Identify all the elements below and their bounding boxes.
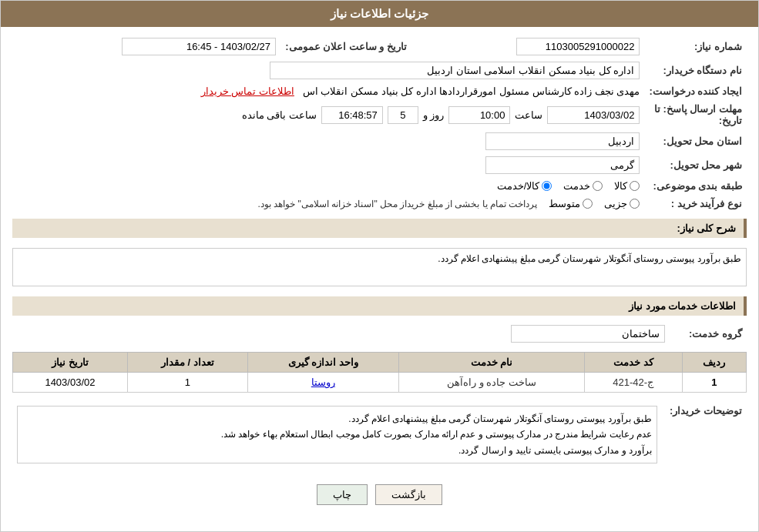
shahr-value: گرمی [485,156,640,174]
ostan-label: استان محل تحویل: [644,129,747,153]
sharh-value-box: طبق برآورد پیوستی روستای آنگوتلار شهرستا… [12,248,747,286]
mohlat-rooz: 5 [388,106,418,124]
pardakht-note: پرداخت تمام یا بخشی از مبلغ خریداز محل "… [258,199,538,209]
saat-label: ساعت [515,109,542,121]
rooz-label: روز و [423,109,445,121]
ijad-link[interactable]: اطلاعات تماس خریدار [201,85,294,97]
col-unit: واحد اندازه گیری [247,353,398,373]
khadamat-section-title: اطلاعات خدمات مورد نیاز [12,296,747,316]
content-area: شماره نیاز: 1103005291000022 تاریخ و ساع… [1,27,758,520]
radio-jozei-input[interactable] [630,199,640,209]
services-table: ردیف کد خدمت نام خدمت واحد اندازه گیری ت… [12,352,747,393]
cell-tarikh: 1403/03/02 [13,373,128,393]
group-label: گروه خدمت: [670,322,747,346]
tasnif-label: طبقه بندی موضوعی: [644,177,747,195]
radio-khedmat-input[interactable] [593,181,603,191]
col-code: کد خدمت [584,353,682,373]
namdastgah-value: اداره کل بنیاد مسکن انقلاب اسلامی استان … [270,62,640,79]
tosih-value: طبق برآورد پیوستی روستای آنگوتلار شهرستا… [17,406,657,463]
shomara-label: شماره نیاز: [644,35,747,59]
mohlat-date: 1403/03/02 [547,106,640,124]
radio-khedmat[interactable]: خدمت [563,180,603,192]
tosih-table: توضیحات خریدار: طبق برآورد پیوستی روستای… [12,399,747,470]
radio-motevaset-input[interactable] [583,199,593,209]
col-name: نام خدمت [398,353,584,373]
tarikh-aalan-label: تاریخ و ساعت اعلان عمومی: [280,35,411,59]
ostan-value: اردبیل [485,132,640,150]
cell-radif: 1 [682,373,746,393]
radio-kala-khedmat[interactable]: کالا/خدمت [497,180,552,192]
noeFarayand-label: نوع فرآیند خرید : [644,195,747,212]
print-button[interactable]: چاپ [317,484,368,505]
page-header: جزئیات اطلاعات نیاز [1,1,758,27]
cell-unit[interactable]: روستا [247,373,398,393]
mohlat-label: مهلت ارسال پاسخ: تاتاریخ: [644,100,747,129]
shahr-label: شهر محل تحویل: [644,153,747,177]
top-info-table: شماره نیاز: 1103005291000022 تاریخ و ساع… [12,35,747,212]
buttons-area: بازگشت چاپ [12,477,747,513]
mohlat-saat: 10:00 [448,106,510,124]
shomara-value: 1103005291000022 [516,38,640,55]
cell-tedad: 1 [127,373,247,393]
col-tarikh: تاریخ نیاز [13,353,128,373]
page-wrapper: جزئیات اطلاعات نیاز شماره نیاز: 11030052… [0,0,759,532]
ijad-label: ایجاد کننده درخواست: [644,82,747,100]
tosih-label: توضیحات خریدار: [662,399,747,470]
col-radif: ردیف [682,353,746,373]
radio-kalakhedmat-input[interactable] [542,181,552,191]
ijad-value: مهدی نجف زاده کارشناس مسئول امورقرارداده… [303,85,640,97]
radio-kala-input[interactable] [630,181,640,191]
page-title: جزئیات اطلاعات نیاز [331,7,428,20]
sharh-section-title: شرح کلی نیاز: [12,219,747,238]
radio-jozei[interactable]: جزیی [604,198,640,209]
jozei-label: جزیی [604,198,627,209]
baqi-label: ساعت باقی مانده [242,109,317,121]
table-row: 1 ج-42-421 ساخت جاده و راه‌آهن روستا 1 1… [13,373,747,393]
tasnif-radio-group: کالا خدمت کالا/خدمت [17,180,640,192]
motevaset-label: متوسط [549,198,580,209]
radio-motevaset[interactable]: متوسط [549,198,593,209]
group-table: گروه خدمت: ساختمان [12,322,747,346]
back-button[interactable]: بازگشت [375,484,442,505]
baqi-value: 16:48:57 [321,106,383,124]
col-tedad: تعداد / مقدار [127,353,247,373]
group-value: ساختمان [511,325,665,343]
khedmat-label: خدمت [563,180,590,192]
cell-code: ج-42-421 [584,373,682,393]
kala-label: کالا [614,180,627,192]
radio-kala[interactable]: کالا [614,180,640,192]
tarikh-aalan-value: 1403/02/27 - 16:45 [122,38,276,55]
cell-name: ساخت جاده و راه‌آهن [398,373,584,393]
namdastgah-label: نام دستگاه خریدار: [644,59,747,82]
kalakhedmat-label: کالا/خدمت [497,180,540,192]
